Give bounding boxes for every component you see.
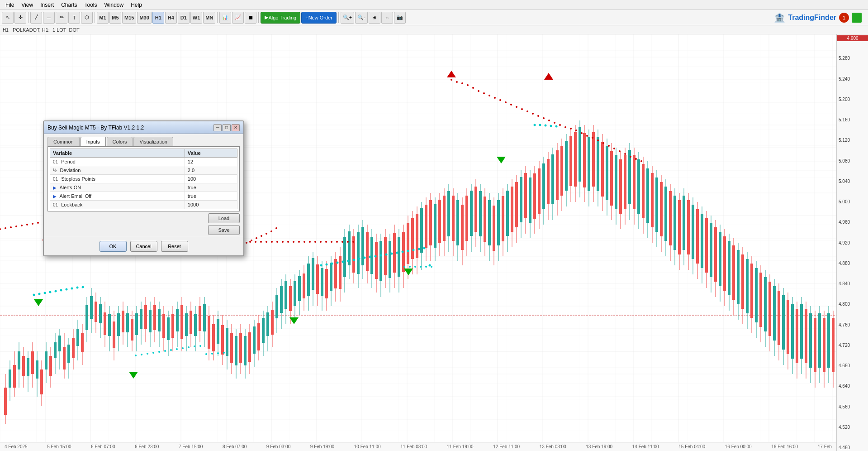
crosshair-tool-btn[interactable]: ✛ xyxy=(14,12,26,24)
svg-rect-202 xyxy=(370,237,373,274)
row-value[interactable]: 12 xyxy=(185,158,237,166)
notification-bell[interactable]: 1 xyxy=(839,13,849,23)
svg-rect-112 xyxy=(167,317,170,340)
tf-h1-btn[interactable]: H1 xyxy=(152,12,164,24)
svg-rect-404 xyxy=(827,313,830,368)
svg-rect-150 xyxy=(253,326,256,354)
svg-point-437 xyxy=(613,148,615,149)
var-icon: ▶ xyxy=(53,194,57,199)
menubar: File View Insert Charts Tools Window Hel… xyxy=(0,0,868,10)
svg-rect-372 xyxy=(755,268,758,322)
tf-m15-btn[interactable]: M15 xyxy=(122,12,136,24)
arrow-tool-btn[interactable]: ↖ xyxy=(2,12,14,24)
tab-visualization[interactable]: Visualization xyxy=(133,137,173,146)
table-row[interactable]: 01 Stoploss Points 100 xyxy=(50,175,237,183)
grid-btn[interactable]: ⊞ xyxy=(369,12,380,24)
autoscroll-btn[interactable]: ↔ xyxy=(381,12,393,24)
svg-rect-136 xyxy=(221,325,224,355)
svg-rect-82 xyxy=(99,304,102,323)
svg-point-416 xyxy=(499,99,501,101)
ok-button[interactable]: OK xyxy=(100,241,127,252)
load-button[interactable]: Load xyxy=(208,213,240,223)
shapes-tool-btn[interactable]: ⬡ xyxy=(81,12,93,24)
tf-h4-btn[interactable]: H4 xyxy=(165,12,177,24)
svg-point-502 xyxy=(423,247,426,249)
save-button[interactable]: Save xyxy=(208,225,240,235)
tf-m5-btn[interactable]: M5 xyxy=(109,12,121,24)
table-row[interactable]: ▶ Alerts ON true xyxy=(50,183,237,192)
svg-point-478 xyxy=(60,289,62,292)
time-label: 11 Feb 19:00 xyxy=(447,444,474,449)
svg-rect-304 xyxy=(601,142,604,197)
svg-point-434 xyxy=(597,139,599,141)
table-row[interactable]: ½ Deviation 2.0 xyxy=(50,166,237,175)
svg-rect-56 xyxy=(40,369,43,394)
tf-m1-btn[interactable]: M1 xyxy=(97,12,109,24)
tf-mn-btn[interactable]: MN xyxy=(203,12,215,24)
menu-help[interactable]: Help xyxy=(127,1,146,9)
tab-inputs[interactable]: Inputs xyxy=(81,137,106,146)
row-value[interactable]: 2.0 xyxy=(185,166,237,175)
tf-m30-btn[interactable]: M30 xyxy=(137,12,151,24)
pencil-tool-btn[interactable]: ✏ xyxy=(56,12,67,24)
table-row[interactable]: 01 Period 12 xyxy=(50,158,237,166)
hline-tool-btn[interactable]: ─ xyxy=(43,12,55,24)
svg-point-432 xyxy=(586,135,588,137)
svg-rect-234 xyxy=(443,196,446,241)
toolbar: ↖ ✛ ╱ ─ ✏ T ⬡ M1 M5 M15 M30 H1 H4 D1 W1 … xyxy=(0,10,868,25)
svg-rect-370 xyxy=(750,264,753,318)
tf-d1-btn[interactable]: D1 xyxy=(178,12,190,24)
tab-colors[interactable]: Colors xyxy=(107,137,133,146)
dialog-close-btn[interactable]: ✕ xyxy=(232,124,240,131)
row-value[interactable]: true xyxy=(185,192,237,201)
svg-point-457 xyxy=(37,222,39,224)
reset-button[interactable]: Reset xyxy=(161,241,188,252)
svg-point-425 xyxy=(548,120,550,121)
menu-tools[interactable]: Tools xyxy=(81,1,101,9)
screenshot-btn[interactable]: 📷 xyxy=(394,12,406,24)
svg-point-479 xyxy=(66,288,68,291)
row-value[interactable]: 100 xyxy=(185,175,237,183)
svg-point-547 xyxy=(176,348,178,350)
svg-rect-178 xyxy=(316,264,319,294)
menu-insert[interactable]: Insert xyxy=(37,1,57,9)
svg-point-477 xyxy=(55,290,57,293)
toolbar-separator-5 xyxy=(338,12,339,23)
chart-container[interactable]: 5.320 5.280 5.240 5.200 5.160 5.120 5.08… xyxy=(0,34,868,451)
table-row[interactable]: 01 Lookback 1000 xyxy=(50,201,237,209)
menu-file[interactable]: File xyxy=(2,1,18,9)
svg-rect-72 xyxy=(76,329,79,346)
text-tool-btn[interactable]: T xyxy=(68,12,80,24)
svg-point-413 xyxy=(483,92,485,94)
indicators-btn[interactable]: 📈 xyxy=(232,12,244,24)
dialog-maximize-btn[interactable]: □ xyxy=(223,124,231,131)
cancel-button[interactable]: Cancel xyxy=(130,241,157,252)
dialog-titlebar[interactable]: Buy Sell Magic MT5 - By TFlab V1.2 1.2 ─… xyxy=(44,121,243,134)
svg-rect-320 xyxy=(637,159,640,214)
svg-point-407 xyxy=(451,79,452,81)
svg-rect-114 xyxy=(171,314,174,338)
indicator-dialog: Buy Sell Magic MT5 - By TFlab V1.2 1.2 ─… xyxy=(43,120,244,256)
svg-point-439 xyxy=(624,153,626,155)
row-value[interactable]: true xyxy=(185,183,237,192)
menu-charts[interactable]: Charts xyxy=(57,1,81,9)
svg-point-412 xyxy=(478,90,479,92)
chart-type-btn[interactable]: 📊 xyxy=(219,12,231,24)
table-row[interactable]: ▶ Alert Email Off true xyxy=(50,192,237,201)
new-order-btn[interactable]: + New Order xyxy=(301,12,337,24)
menu-view[interactable]: View xyxy=(18,1,37,9)
objects-btn[interactable]: ◼ xyxy=(245,12,256,24)
menu-window[interactable]: Window xyxy=(101,1,128,9)
row-value[interactable]: 1000 xyxy=(185,201,237,209)
zoom-in-btn[interactable]: 🔍+ xyxy=(341,12,354,24)
svg-rect-350 xyxy=(705,218,708,273)
tf-w1-btn[interactable]: W1 xyxy=(190,12,203,24)
svg-point-509 xyxy=(249,241,251,243)
line-tool-btn[interactable]: ╱ xyxy=(30,12,42,24)
tab-common[interactable]: Common xyxy=(47,137,80,146)
dialog-minimize-btn[interactable]: ─ xyxy=(213,124,222,131)
svg-rect-284 xyxy=(556,150,559,200)
svg-point-507 xyxy=(550,125,552,127)
zoom-out-btn[interactable]: 🔍- xyxy=(355,12,368,24)
algo-trading-btn[interactable]: ▶ Algo Trading xyxy=(261,12,300,24)
